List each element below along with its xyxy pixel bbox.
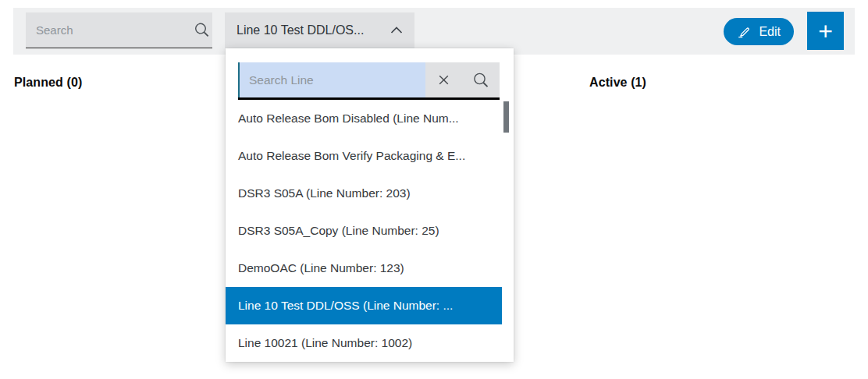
line-selector-label: Line 10 Test DDL/OS... xyxy=(237,23,364,37)
search-icon[interactable] xyxy=(191,12,212,48)
line-selector-dropdown-panel: Auto Release Bom Disabled (Line Num... A… xyxy=(226,48,514,362)
dropdown-scrollbar-thumb[interactable] xyxy=(503,101,509,133)
dropdown-item-list: Auto Release Bom Disabled (Line Num... A… xyxy=(226,100,502,362)
dropdown-search-icon[interactable] xyxy=(462,62,500,97)
clear-search-icon[interactable] xyxy=(425,62,462,97)
global-search-field xyxy=(26,12,212,48)
plus-icon: + xyxy=(818,19,833,44)
dropdown-item-selected[interactable]: Line 10 Test DDL/OSS (Line Number: ... xyxy=(226,287,502,324)
global-search-input[interactable] xyxy=(26,12,191,48)
add-button[interactable]: + xyxy=(807,12,844,50)
edit-button[interactable]: Edit xyxy=(724,18,794,45)
column-heading-planned: Planned (0) xyxy=(14,76,82,90)
dropdown-search-input[interactable] xyxy=(238,62,425,97)
edit-button-label: Edit xyxy=(759,25,781,39)
toolbar: Line 10 Test DDL/OS... Edit + xyxy=(13,8,855,55)
column-heading-active: Active (1) xyxy=(589,76,646,90)
dropdown-item[interactable]: Auto Release Bom Disabled (Line Num... xyxy=(226,100,502,137)
dropdown-item[interactable]: DSR3 S05A (Line Number: 203) xyxy=(226,175,502,212)
dropdown-search-field xyxy=(238,62,500,100)
dropdown-item[interactable]: Auto Release Bom Verify Packaging & E... xyxy=(226,137,502,175)
dropdown-item[interactable]: DemoOAC (Line Number: 123) xyxy=(226,250,502,287)
line-selector-dropdown-trigger[interactable]: Line 10 Test DDL/OS... xyxy=(225,12,414,48)
edit-pencil-icon xyxy=(737,24,752,39)
dropdown-item[interactable]: Line 10021 (Line Number: 1002) xyxy=(226,324,502,362)
chevron-up-icon xyxy=(390,27,403,34)
dropdown-item[interactable]: DSR3 S05A_Copy (Line Number: 25) xyxy=(226,212,502,250)
